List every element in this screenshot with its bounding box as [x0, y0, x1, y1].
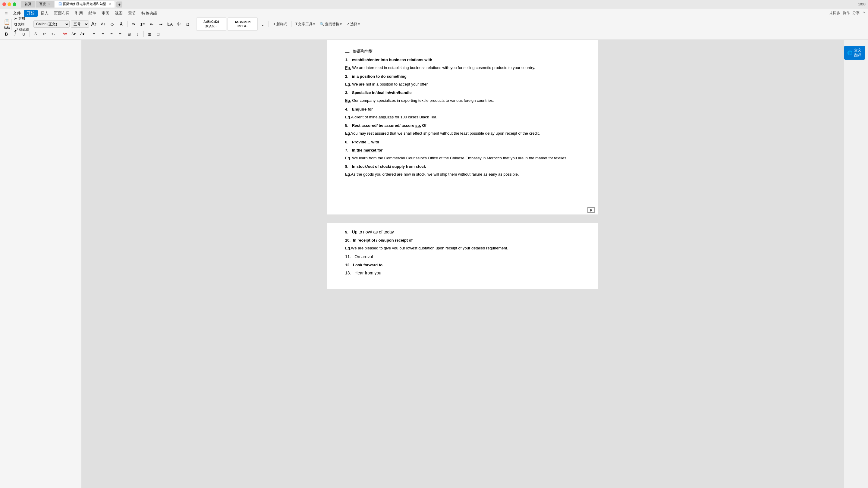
bold-button[interactable]: B: [2, 30, 10, 38]
page-break: [82, 215, 844, 219]
menu-view[interactable]: 视图: [113, 9, 125, 17]
translate-button[interactable]: 🌐 全文翻译: [844, 46, 865, 60]
new-style-button[interactable]: ✦ 新样式: [271, 21, 289, 28]
align-center-button[interactable]: ≡: [99, 30, 107, 38]
menu-start[interactable]: 开始: [24, 10, 38, 17]
eg-3: Eg. Our company specializes in exporting…: [345, 98, 580, 104]
borders-button[interactable]: □: [154, 30, 162, 38]
list-item-1: 1. establish/enter into business relatio…: [345, 57, 580, 63]
minimize-button[interactable]: [7, 2, 11, 6]
document-area[interactable]: 二、短语和句型 1. establish/enter into business…: [82, 40, 844, 488]
menu-bar: ≡ 文件 开始 插入 页面布局 引用 邮件 审阅 视图 章节 特色功能 未同步 …: [0, 8, 868, 18]
collab-button[interactable]: 协作: [843, 10, 850, 16]
eg-2: Eg. We are not in a position to accept y…: [345, 82, 580, 87]
align-left-button[interactable]: ≡: [90, 30, 98, 38]
chinese-chars-button[interactable]: 中: [175, 21, 183, 28]
add-tab-button[interactable]: +: [116, 1, 122, 7]
select-button[interactable]: ↗ 选择▾: [345, 21, 362, 28]
menu-review[interactable]: 审阅: [99, 9, 112, 17]
divider3: [269, 21, 269, 27]
close-tab-baidu[interactable]: ✕: [48, 2, 51, 6]
section-header: 二、短语和句型: [345, 49, 580, 54]
toolbar-row2: B I U S X² X₂ A▾ A▾ A▾ ≡ ≡ ≡ ≡ ⊞ ↕ ▦ □: [2, 30, 866, 38]
increase-font-button[interactable]: A↑: [90, 21, 98, 28]
numbered-list-button[interactable]: 1≡: [138, 21, 147, 28]
styles-dropdown[interactable]: ⌄: [259, 21, 267, 28]
decrease-indent-button[interactable]: ⇤: [148, 21, 156, 28]
bullet-list-button[interactable]: ≡•: [130, 21, 137, 28]
list-item-4: 4. Enquire for: [345, 106, 580, 112]
style-listpa[interactable]: AaBbCcDd List Pa...: [227, 18, 258, 31]
close-button[interactable]: [2, 2, 6, 6]
text-bg-button[interactable]: A▾: [79, 30, 86, 38]
line-spacing-button[interactable]: ↕: [134, 30, 142, 38]
tab-baidu[interactable]: 百度 ✕: [36, 1, 54, 7]
left-gutter: [0, 40, 82, 488]
find-replace-button[interactable]: 🔍 查找替换▾: [318, 21, 344, 28]
list-item-13: 13. Hear from you: [345, 270, 580, 276]
table-shading-button[interactable]: ▦: [146, 30, 153, 38]
text-tool-button[interactable]: T 文字工具▾: [293, 21, 317, 28]
menu-layout[interactable]: 页面布局: [52, 9, 72, 17]
strikethrough-button[interactable]: S: [32, 30, 39, 38]
toolbar-row1: 📋 粘贴 ✂ 剪切 ⧉ 复制 🖌 格式刷 Calibri (正文) 五号 A↑ …: [2, 19, 866, 29]
font-color-button[interactable]: A▾: [61, 30, 69, 38]
subscript-button[interactable]: X₂: [49, 30, 57, 38]
increase-indent-button[interactable]: ⇥: [157, 21, 164, 28]
tab-doc[interactable]: 国 国际商务函电常用短语和句型 ✕: [55, 1, 115, 7]
align-justify-button[interactable]: ≡: [116, 30, 124, 38]
new-style-icon: ✦: [273, 22, 276, 26]
highlight-button[interactable]: A▾: [70, 30, 78, 38]
close-tab-doc[interactable]: ✕: [108, 2, 111, 6]
menu-mail[interactable]: 邮件: [86, 9, 98, 17]
list-item-3: 3. Specialize in/deal in/with/handle: [345, 90, 580, 96]
decrease-font-button[interactable]: A↓: [99, 21, 107, 28]
font-size-select[interactable]: 五号: [71, 21, 89, 28]
eg-4: Eg.A client of mine enquires for 100 cas…: [345, 114, 580, 120]
sort-button[interactable]: ⇅A: [166, 21, 174, 28]
italic-button[interactable]: I: [11, 30, 19, 38]
menu-chapter[interactable]: 章节: [126, 9, 138, 17]
list-item-5: 5. Rest assured/ be assured/ assure sb. …: [345, 122, 580, 129]
divider5: [30, 31, 30, 37]
divider4: [291, 21, 291, 27]
title-bar: 首页 百度 ✕ 国 国际商务函电常用短语和句型 ✕ + 1008: [0, 0, 868, 8]
eg-10: Eg.We are pleased to give you our lowest…: [345, 245, 580, 251]
cut-button[interactable]: ✂ 剪切: [14, 16, 29, 21]
menu-insert[interactable]: 插入: [38, 9, 51, 17]
clear-format-button[interactable]: ◇: [108, 21, 116, 28]
style-default[interactable]: AaBbCcDd 默认段...: [196, 18, 226, 31]
divider8: [144, 31, 144, 37]
select-icon: ↗: [347, 22, 350, 26]
list-item-8: 8. In stock/out of stock/ supply from st…: [345, 163, 580, 170]
eg-7: Eg. We learn from the Commercial Counsel…: [345, 155, 580, 161]
page-1-top: 二、短语和句型 1. establish/enter into business…: [327, 40, 598, 215]
collapse-button[interactable]: ⌃: [862, 11, 866, 16]
sync-status[interactable]: 未同步: [830, 10, 840, 16]
paste-label: 粘贴: [4, 26, 10, 30]
align-right-button[interactable]: ≡: [107, 30, 116, 38]
hamburger-menu[interactable]: ≡: [2, 9, 10, 17]
superscript-button[interactable]: X²: [40, 30, 48, 38]
translate-icon: 🌐: [847, 50, 852, 55]
copy-button[interactable]: ⧉ 复制: [14, 22, 29, 27]
divider2: [194, 21, 194, 27]
underline-button[interactable]: U: [20, 30, 28, 38]
eg-8: Eg.As the goods you ordered are now in s…: [345, 171, 580, 177]
paste-icon[interactable]: 📋: [4, 19, 10, 25]
menu-reference[interactable]: 引用: [73, 9, 85, 17]
columns-button[interactable]: ⊞: [125, 30, 133, 38]
font-family-select[interactable]: Calibri (正文): [33, 21, 70, 28]
tab-home[interactable]: 首页: [21, 1, 35, 7]
list-item-10: 10. In receipt of / on/upon receipt of: [345, 237, 580, 243]
text-effects-button[interactable]: Ā: [117, 21, 125, 28]
toolbar: 📋 粘贴 ✂ 剪切 ⧉ 复制 🖌 格式刷 Calibri (正文) 五号 A↑ …: [0, 18, 868, 40]
menu-special[interactable]: 特色功能: [139, 9, 159, 17]
maximize-button[interactable]: [13, 2, 16, 6]
page-2: 9. Up to now/ as of today 10. In receipt…: [327, 223, 598, 289]
special-chars-button[interactable]: Ω: [184, 21, 192, 28]
list-item-6: 6. Provide… with: [345, 139, 580, 145]
list-item-11: 11. On arrival: [345, 254, 580, 260]
share-button[interactable]: 分享: [852, 10, 860, 16]
clipboard-group: 📋 粘贴: [2, 19, 12, 30]
